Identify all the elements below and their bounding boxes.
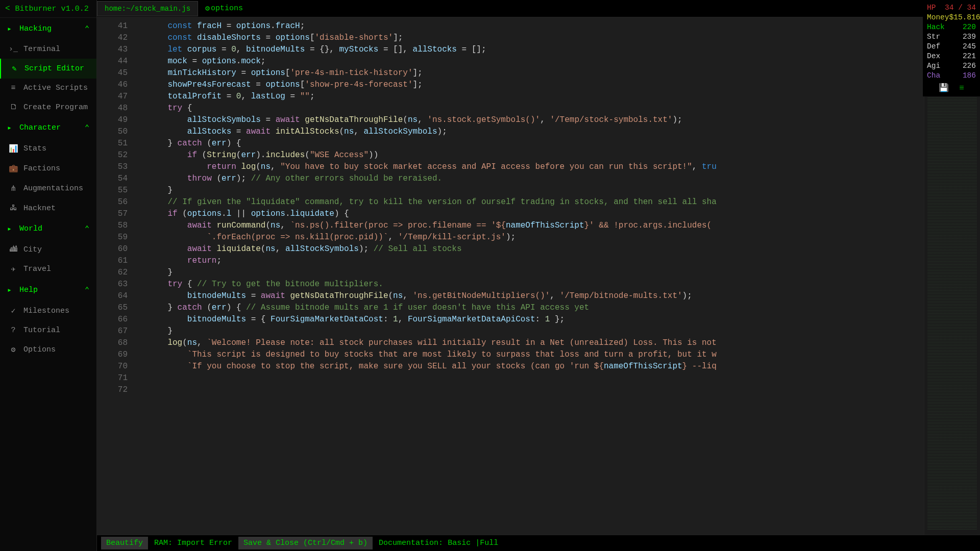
nav-item-stats[interactable]: 📊Stats — [0, 139, 96, 159]
nav-item-augmentations[interactable]: ⋔Augmentations — [0, 179, 96, 198]
code-line[interactable]: // If given the "liquidate" command, try… — [148, 196, 924, 208]
nav-item-icon: ›_ — [7, 45, 19, 54]
stat-def: Def245 — [927, 42, 976, 52]
code-area[interactable]: const fracH = options.fracH; const disab… — [138, 17, 924, 535]
code-line[interactable]: } catch (err) { — [148, 138, 924, 149]
nav-item-icon: ✓ — [7, 306, 19, 316]
nav-section-character[interactable]: ▸Character⌃ — [0, 117, 96, 139]
code-line[interactable]: } — [148, 325, 924, 337]
section-icon: ▸ — [7, 123, 19, 133]
code-line[interactable]: try { // Try to get the bitnode multipli… — [148, 279, 924, 290]
nav-item-milestones[interactable]: ✓Milestones — [0, 301, 96, 321]
back-icon[interactable]: < — [5, 4, 10, 13]
nav-item-icon: 🖧 — [7, 204, 19, 213]
code-line[interactable]: allStockSymbols = await getNsDataThrough… — [148, 114, 924, 126]
beautify-button[interactable]: Beautify — [101, 537, 148, 549]
nav: ▸Hacking⌃›_Terminal✎Script Editor≡Active… — [0, 18, 96, 360]
chevron-down-icon: ⌃ — [85, 123, 89, 133]
save-close-button[interactable]: Save & Close (Ctrl/Cmd + b) — [238, 537, 373, 549]
code-line[interactable]: const disableShorts = options['disable-s… — [148, 32, 924, 44]
nav-item-icon: 🗋 — [7, 103, 19, 112]
code-line[interactable]: if (options.l || options.liquidate) { — [148, 208, 924, 220]
nav-item-label: Augmentations — [23, 184, 89, 193]
stat-agi: Agi226 — [927, 61, 976, 71]
stat-cha: Cha186 — [927, 71, 976, 81]
nav-item-label: Script Editor — [24, 64, 89, 73]
nav-item-icon: ✈ — [7, 264, 19, 274]
nav-item-create-program[interactable]: 🗋Create Program — [0, 97, 96, 117]
nav-item-icon: 📊 — [7, 144, 19, 154]
nav-item-terminal[interactable]: ›_Terminal — [0, 40, 96, 59]
code-line[interactable]: mock = options.mock; — [148, 56, 924, 67]
nav-item-icon: ⚙ — [7, 345, 19, 355]
nav-item-label: Active Scripts — [23, 84, 89, 92]
nav-item-travel[interactable]: ✈Travel — [0, 259, 96, 279]
code-line[interactable]: try { — [148, 103, 924, 114]
stat-dex: Dex221 — [927, 52, 976, 61]
nav-item-label: Tutorial — [23, 326, 89, 335]
nav-item-active-scripts[interactable]: ≡Active Scripts — [0, 79, 96, 97]
code-line[interactable]: bitnodeMults = { FourSigmaMarketDataCost… — [148, 314, 924, 325]
nav-section-world[interactable]: ▸World⌃ — [0, 218, 96, 240]
file-tab[interactable]: home:~/stock_main.js — [97, 1, 198, 16]
nav-item-label: Milestones — [23, 307, 89, 315]
code-line[interactable]: } — [148, 267, 924, 279]
code-line[interactable]: log(ns, `Welcome! Please note: all stock… — [148, 337, 924, 349]
nav-item-label: Terminal — [23, 45, 89, 54]
code-line[interactable]: showPre4sForecast = options['show-pre-4s… — [148, 79, 924, 91]
nav-section-help[interactable]: ▸Help⌃ — [0, 279, 96, 301]
nav-item-icon: ⋔ — [7, 184, 19, 193]
nav-item-label: Options — [23, 345, 89, 354]
code-line[interactable]: if (String(err).includes("WSE Access")) — [148, 149, 924, 161]
nav-item-tutorial[interactable]: ?Tutorial — [0, 321, 96, 340]
code-line[interactable]: totalProfit = 0, lastLog = ""; — [148, 91, 924, 103]
chevron-down-icon: ⌃ — [85, 224, 89, 234]
nav-item-icon: 💼 — [7, 164, 19, 173]
nav-item-hacknet[interactable]: 🖧Hacknet — [0, 198, 96, 218]
app-root: < Bitburner v1.0.2 ▸Hacking⌃›_Terminal✎S… — [0, 0, 980, 551]
code-line[interactable]: throw (err); // Any other errors should … — [148, 173, 924, 185]
code-line[interactable]: return; — [148, 255, 924, 267]
editor-options-button[interactable]: ⚙options — [205, 4, 243, 13]
nav-item-icon: 🏙 — [7, 245, 19, 254]
code-line[interactable]: await liquidate(ns, allStockSymbols); //… — [148, 243, 924, 255]
code-line[interactable]: return log(ns, "You have to buy stock ma… — [148, 161, 924, 173]
nav-item-script-editor[interactable]: ✎Script Editor — [0, 59, 96, 79]
nav-item-label: Stats — [23, 144, 89, 153]
nav-item-options[interactable]: ⚙Options — [0, 340, 96, 360]
ram-status: RAM: Import Error — [151, 539, 235, 547]
code-line[interactable]: let corpus = 0, bitnodeMults = {}, mySto… — [148, 44, 924, 56]
minimap-viz — [927, 22, 977, 530]
app-header: < Bitburner v1.0.2 — [0, 0, 96, 18]
nav-item-icon: ? — [7, 326, 19, 335]
code-line[interactable]: `If you choose to stop the script, make … — [148, 361, 924, 372]
stat-hack: Hack220 — [927, 22, 976, 32]
code-line[interactable]: allStocks = await initAllStocks(ns, allS… — [148, 126, 924, 138]
doc-full-link[interactable]: Full — [480, 539, 498, 547]
nav-item-city[interactable]: 🏙City — [0, 240, 96, 259]
code-line[interactable]: } — [148, 185, 924, 196]
nav-section-hacking[interactable]: ▸Hacking⌃ — [0, 18, 96, 40]
code-line[interactable]: `This script is designed to buy stocks t… — [148, 349, 924, 361]
code-line[interactable]: `.forEach(proc => ns.kill(proc.pid))`, '… — [148, 232, 924, 243]
main: HP34 / 34 Money$15.816b Hack220 Str239 D… — [97, 0, 980, 551]
stat-str: Str239 — [927, 32, 976, 42]
save-icon[interactable]: 💾 — [939, 84, 949, 93]
code-editor[interactable]: 4142434445464748495051525354555657585960… — [97, 17, 980, 535]
stat-money: Money$15.816b — [927, 13, 976, 22]
doc-basic-link[interactable]: Basic — [448, 539, 471, 547]
chevron-down-icon: ⌃ — [85, 285, 89, 295]
doc-label: Documentation: Basic |Full — [376, 539, 501, 547]
nav-item-factions[interactable]: 💼Factions — [0, 159, 96, 179]
code-line[interactable]: const fracH = options.fracH; — [148, 20, 924, 32]
code-line[interactable]: bitnodeMults = await getNsDataThroughFil… — [148, 290, 924, 302]
section-icon: ▸ — [7, 285, 19, 295]
nav-item-label: Create Program — [23, 103, 89, 112]
code-line[interactable]: } catch (err) { // Assume bitnode mults … — [148, 302, 924, 314]
code-line[interactable]: await runCommand(ns, `ns.ps().filter(pro… — [148, 220, 924, 232]
code-line[interactable]: minTickHistory = options['pre-4s-min-tic… — [148, 67, 924, 79]
stats-panel: HP34 / 34 Money$15.816b Hack220 Str239 D… — [923, 0, 980, 96]
nav-item-label: City — [23, 245, 89, 254]
menu-icon[interactable]: ≡ — [959, 84, 964, 93]
section-icon: ▸ — [7, 24, 19, 34]
